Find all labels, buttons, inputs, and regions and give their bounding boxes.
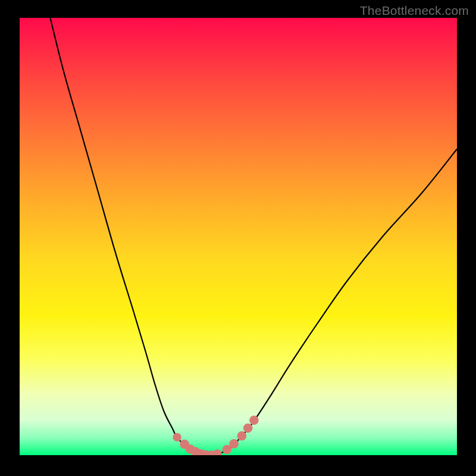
curve-marker [212,449,222,455]
bottleneck-curve [20,18,457,455]
chart-gradient-area [20,18,457,455]
curve-marker [180,440,189,449]
curve-marker [237,431,247,441]
curve-marker [186,444,195,454]
curve-marker [229,439,239,449]
curve-marker [201,450,211,455]
curve-marker [196,449,205,455]
curve-marker [249,415,259,425]
curve-marker [223,445,232,455]
curve-marker [173,433,181,441]
watermark-text: TheBottleneck.com [360,4,469,18]
curve-marker [206,450,216,455]
curve-marker [191,447,201,455]
curve-line [50,18,457,455]
curve-markers [173,415,258,455]
curve-marker [243,424,253,433]
